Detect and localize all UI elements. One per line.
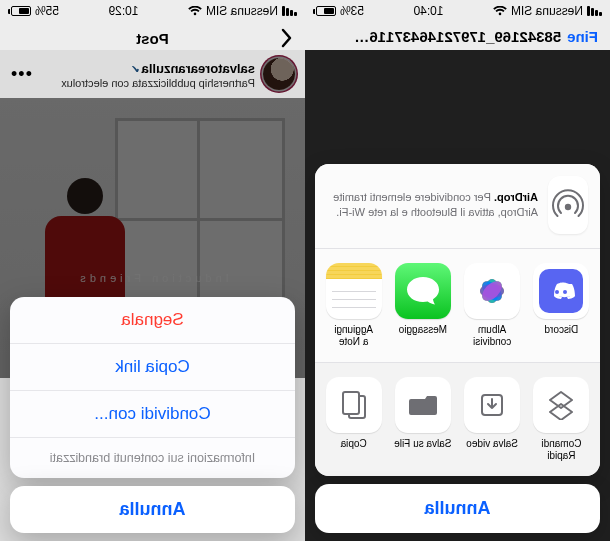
messages-icon: [395, 263, 451, 319]
signal-icon: [282, 6, 297, 16]
back-button[interactable]: [275, 28, 293, 48]
page-title: 58342169_1797214643711­68...: [347, 28, 567, 45]
action-save-video[interactable]: Salva video: [460, 377, 525, 462]
folder-icon: [395, 377, 451, 433]
action-copy[interactable]: Copia: [321, 377, 386, 462]
verified-icon: ✔: [131, 63, 140, 75]
battery-pct: 55%: [35, 4, 59, 18]
menu-branded-info[interactable]: Informazioni sui contenuti brandizzati: [10, 437, 295, 478]
airdrop-text: AirDrop. Per condividere elementi tramit…: [327, 190, 538, 220]
wifi-icon: [493, 6, 507, 16]
svg-point-0: [565, 204, 571, 210]
cancel-button[interactable]: Annulla: [10, 486, 295, 533]
action-row: Comandi Rapidi Salva video Salva su File: [315, 363, 600, 476]
overlay-subtitle: Induction Friends: [0, 272, 305, 284]
copy-icon: [326, 377, 382, 433]
share-app-shared-albums[interactable]: Album condivisi: [460, 263, 525, 348]
svg-rect-15: [343, 392, 359, 414]
cancel-button[interactable]: Annulla: [315, 484, 600, 533]
done-button[interactable]: Fine: [567, 28, 598, 45]
share-app-discord[interactable]: Discord: [529, 263, 594, 348]
status-bar: Nessuna SIM 10:29 55%: [0, 0, 305, 20]
post-header: salvatorearanzulla✔ Partnership pubblici…: [0, 50, 305, 98]
battery-icon: [313, 6, 336, 16]
svg-point-3: [555, 290, 559, 294]
carrier-label: Nessuna SIM: [511, 4, 583, 18]
shortcuts-icon: [533, 377, 589, 433]
action-shortcuts[interactable]: Comandi Rapidi: [529, 377, 594, 462]
clock: 10:29: [108, 4, 138, 18]
share-sheet: AirDrop. Per condividere elementi tramit…: [315, 164, 600, 533]
menu-copy-link[interactable]: Copia link: [10, 343, 295, 390]
action-sheet: Segnala Copia link Condividi con... Info…: [10, 297, 295, 533]
page-title: Post: [30, 30, 275, 47]
share-app-messages[interactable]: Messaggio: [390, 263, 455, 348]
signal-icon: [587, 6, 602, 16]
photos-icon: [464, 263, 520, 319]
app-row: Discord: [315, 249, 600, 362]
left-screen: Nessuna SIM 10:40 53% Fine 58342169_1797…: [305, 0, 610, 541]
right-screen: Nessuna SIM 10:29 55% Post salvato: [0, 0, 305, 541]
battery-pct: 53%: [340, 4, 364, 18]
menu-report[interactable]: Segnala: [10, 297, 295, 343]
post-subtitle: Partnership pubblicizzata con electrolux: [61, 77, 255, 89]
discord-icon: [533, 263, 589, 319]
wifi-icon: [188, 6, 202, 16]
svg-point-2: [563, 290, 567, 294]
menu-share-with[interactable]: Condividi con...: [10, 390, 295, 437]
battery-icon: [8, 6, 31, 16]
airdrop-icon: [548, 176, 588, 234]
notes-icon: [326, 263, 382, 319]
carrier-label: Nessuna SIM: [206, 4, 278, 18]
airdrop-row[interactable]: AirDrop. Per condividere elementi tramit…: [315, 164, 600, 248]
avatar[interactable]: [263, 58, 295, 90]
clock: 10:40: [413, 4, 443, 18]
status-bar: Nessuna SIM 10:40 53%: [305, 0, 610, 20]
action-save-files[interactable]: Salva su File: [390, 377, 455, 462]
share-app-notes[interactable]: Aggiungi a Note: [321, 263, 386, 348]
save-video-icon: [464, 377, 520, 433]
more-button[interactable]: •••: [10, 64, 32, 85]
username[interactable]: salvatorearanzulla: [142, 61, 255, 76]
